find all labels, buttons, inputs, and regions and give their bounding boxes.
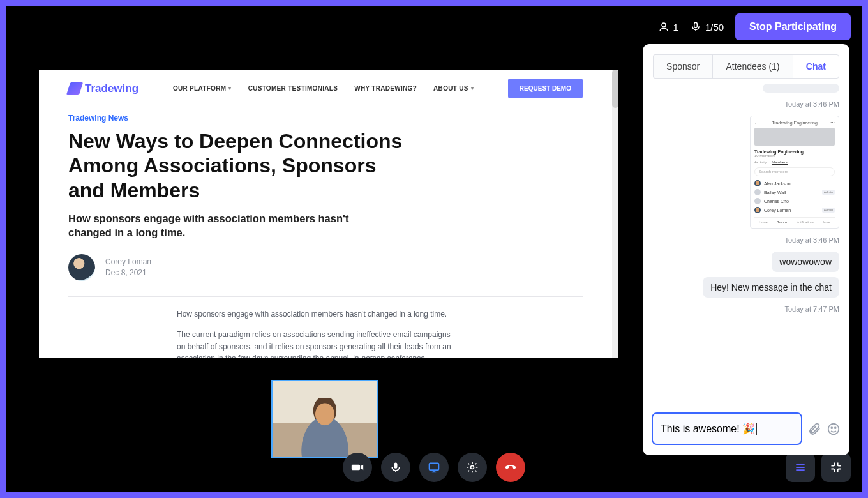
svg-point-7 bbox=[835, 427, 836, 428]
mic-count: 1/50 bbox=[690, 21, 724, 33]
person-icon bbox=[658, 21, 670, 33]
site-nav: OUR PLATFORM▾ CUSTOMER TESTIMONIALS WHY … bbox=[173, 85, 474, 92]
embed-search: Search members bbox=[754, 167, 835, 176]
chevron-down-icon: ▾ bbox=[471, 86, 474, 91]
embed-tab-members: Members bbox=[772, 160, 788, 165]
back-arrow-icon: ← bbox=[754, 121, 759, 125]
phone-hangup-icon bbox=[504, 460, 518, 474]
shared-screen: Tradewing OUR PLATFORM▾ CUSTOMER TESTIMO… bbox=[39, 70, 618, 358]
tab-sponsor[interactable]: Sponsor bbox=[653, 54, 712, 79]
mic-value: 1/50 bbox=[705, 22, 724, 33]
embed-subtitle: 10 Members bbox=[754, 154, 835, 158]
microphone-toggle-button[interactable] bbox=[381, 453, 410, 482]
embed-nav-home: Home bbox=[759, 220, 767, 224]
hangup-button[interactable] bbox=[496, 453, 525, 482]
microphone-icon bbox=[690, 21, 701, 33]
brand-name: Tradewing bbox=[85, 82, 138, 95]
camera-toggle-button[interactable] bbox=[343, 453, 372, 482]
svg-rect-1 bbox=[694, 22, 698, 27]
breadcrumb[interactable]: Tradewing News bbox=[68, 114, 583, 123]
article-subtitle: How sponsors engage with association mem… bbox=[68, 211, 349, 240]
scrollbar[interactable] bbox=[612, 70, 618, 358]
screen-icon bbox=[428, 461, 440, 474]
embed-nav-more: More bbox=[823, 220, 830, 224]
article-date: Dec 8, 2021 bbox=[105, 268, 151, 278]
nav-testimonials[interactable]: CUSTOMER TESTIMONIALS bbox=[248, 85, 338, 92]
compose-row: This is awesome! 🎉 bbox=[643, 406, 849, 455]
message-bubble-partial bbox=[763, 84, 839, 93]
embed-tab-activity: Activity bbox=[754, 160, 767, 165]
article-paragraph: The current paradigm relies on associati… bbox=[177, 329, 458, 358]
author-row: Corey Loman Dec 8, 2021 bbox=[68, 254, 583, 281]
svg-point-0 bbox=[662, 23, 666, 27]
participants-count: 1 bbox=[658, 21, 678, 33]
camera-icon bbox=[351, 461, 364, 474]
brand-mark-icon bbox=[66, 82, 83, 95]
stop-participating-button[interactable]: Stop Participating bbox=[735, 13, 851, 40]
participants-value: 1 bbox=[673, 22, 678, 33]
embed-member-row: Charles Cho bbox=[754, 198, 835, 204]
tab-attendees[interactable]: Attendees (1) bbox=[712, 54, 792, 79]
top-controls: 1 1/50 Stop Participating bbox=[658, 13, 851, 40]
author-name: Corey Loman bbox=[105, 257, 151, 268]
embed-nav-groups: Groups bbox=[777, 220, 787, 224]
embed-nav-notif: Notifications bbox=[797, 220, 814, 224]
chat-timestamp: Today at 3:46 PM bbox=[653, 100, 839, 108]
chat-body: Today at 3:46 PM ←Tradewing Engineering⋯… bbox=[643, 79, 849, 406]
compose-text: This is awesome! 🎉 bbox=[661, 423, 755, 435]
embed-member-row: Alan Jackson bbox=[754, 180, 835, 186]
chat-tabs: Sponsor Attendees (1) Chat bbox=[643, 44, 849, 79]
chat-timestamp: Today at 3:46 PM bbox=[653, 236, 839, 244]
nav-about[interactable]: ABOUT US▾ bbox=[433, 85, 474, 92]
emoji-icon[interactable] bbox=[827, 422, 841, 436]
svg-point-4 bbox=[471, 466, 474, 469]
chat-timestamp: Today at 7:47 PM bbox=[653, 305, 839, 313]
embed-banner bbox=[754, 128, 835, 146]
article-paragraph: How sponsors engage with association mem… bbox=[177, 308, 458, 321]
embed-member-row: Bailey WallAdmin bbox=[754, 189, 835, 195]
embed-member-row: Corey LomanAdmin bbox=[754, 207, 835, 213]
more-icon: ⋯ bbox=[830, 120, 835, 125]
svg-rect-2 bbox=[394, 463, 398, 469]
exit-fullscreen-button[interactable] bbox=[821, 453, 851, 482]
webcam-thumbnail[interactable] bbox=[271, 380, 378, 458]
tab-chat[interactable]: Chat bbox=[793, 54, 839, 79]
chevron-down-icon: ▾ bbox=[228, 86, 231, 91]
svg-point-6 bbox=[831, 427, 832, 428]
microphone-icon bbox=[389, 461, 402, 474]
minimize-icon bbox=[830, 461, 842, 474]
nav-our-platform[interactable]: OUR PLATFORM▾ bbox=[173, 85, 232, 92]
attachment-icon[interactable] bbox=[807, 422, 821, 436]
chat-message: wowowowow bbox=[772, 252, 839, 272]
brand-logo[interactable]: Tradewing bbox=[68, 82, 138, 95]
svg-point-5 bbox=[828, 423, 839, 434]
list-layout-button[interactable] bbox=[786, 453, 815, 482]
nav-why[interactable]: WHY TRADEWING? bbox=[354, 85, 417, 92]
webcam-person-placeholder bbox=[288, 398, 362, 456]
author-avatar bbox=[68, 254, 95, 281]
chat-compose-input[interactable]: This is awesome! 🎉 bbox=[652, 412, 802, 445]
call-controls bbox=[343, 453, 525, 482]
svg-rect-3 bbox=[430, 463, 439, 470]
chat-panel: Sponsor Attendees (1) Chat Today at 3:46… bbox=[643, 44, 849, 455]
layout-controls bbox=[786, 453, 851, 482]
embed-title: Tradewing Engineering bbox=[754, 149, 835, 154]
chat-image-message[interactable]: ←Tradewing Engineering⋯ Tradewing Engine… bbox=[750, 116, 839, 229]
site-header: Tradewing OUR PLATFORM▾ CUSTOMER TESTIMO… bbox=[39, 70, 612, 105]
divider bbox=[68, 296, 583, 297]
chat-message: Hey! New message in the chat bbox=[703, 277, 839, 298]
gear-icon bbox=[466, 461, 479, 474]
embed-header: Tradewing Engineering bbox=[772, 121, 818, 125]
article-title: New Ways to Deepen Connections Among Ass… bbox=[68, 129, 413, 202]
screenshare-toggle-button[interactable] bbox=[419, 453, 449, 482]
settings-button[interactable] bbox=[458, 453, 487, 482]
request-demo-button[interactable]: REQUEST DEMO bbox=[508, 79, 583, 98]
list-icon bbox=[794, 461, 807, 474]
